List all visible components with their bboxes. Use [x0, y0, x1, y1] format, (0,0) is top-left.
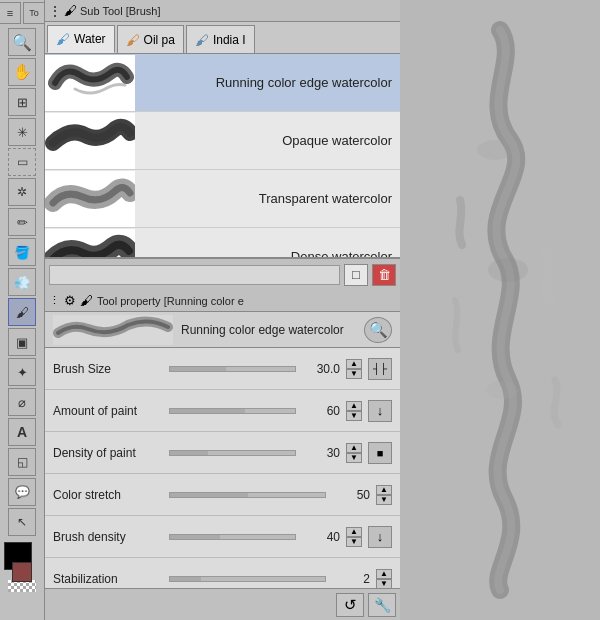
- brush-size-slider[interactable]: [169, 366, 296, 372]
- tab-oil[interactable]: 🖌 Oil pa: [117, 25, 184, 53]
- tool-prop-title-text: Tool property [Running color e: [97, 295, 244, 307]
- oil-tab-icon: 🖌: [126, 32, 140, 48]
- amount-paint-down[interactable]: ▼: [346, 411, 362, 421]
- amount-paint-up[interactable]: ▲: [346, 401, 362, 411]
- color-stretch-slider[interactable]: [169, 492, 326, 498]
- tool-prop-gear-icon[interactable]: ⚙: [64, 293, 76, 308]
- hand-icon[interactable]: ✋: [8, 58, 36, 86]
- stabilization-fill: [170, 577, 201, 581]
- color-stretch-value: 50: [332, 488, 370, 502]
- brush-item-opaque[interactable]: Opaque watercolor: [45, 112, 400, 170]
- subtool-title-text: Sub Tool [Brush]: [80, 5, 161, 17]
- brush-icon[interactable]: 🖌: [8, 298, 36, 326]
- amount-paint-label: Amount of paint: [53, 404, 163, 418]
- speech-icon[interactable]: 💬: [8, 478, 36, 506]
- brush-size-label: Brush Size: [53, 362, 163, 376]
- background-color-swatch[interactable]: [12, 562, 32, 582]
- selected-brush-name-text: Running color edge watercolor: [181, 323, 356, 337]
- density-paint-down[interactable]: ▼: [346, 453, 362, 463]
- brush-density-action[interactable]: ↓: [368, 526, 392, 548]
- zoom-icon[interactable]: 🔍: [8, 28, 36, 56]
- middle-panel: ⋮ 🖌 Sub Tool [Brush] 🖌 Water 🖌 Oil pa 🖌 …: [45, 0, 400, 620]
- brush-density-up[interactable]: ▲: [346, 527, 362, 537]
- new-brush-icon[interactable]: □: [344, 264, 368, 286]
- brush-name-dense: Dense watercolor: [135, 249, 400, 258]
- india-tab-icon: 🖌: [195, 32, 209, 48]
- brush-density-label: Brush density: [53, 530, 163, 544]
- canvas-area: [400, 0, 600, 620]
- property-row-brush-density: Brush density 40 ▲ ▼ ↓: [45, 516, 400, 558]
- color-stretch-spin[interactable]: ▲ ▼: [376, 485, 392, 505]
- pen-icon[interactable]: ✏: [8, 208, 36, 236]
- color-stretch-up[interactable]: ▲: [376, 485, 392, 495]
- menu-icon[interactable]: ≡: [0, 2, 21, 24]
- text-icon[interactable]: A: [8, 418, 36, 446]
- property-list: Brush Size 30.0 ▲ ▼ ┤├ Amount of paint 6…: [45, 348, 400, 588]
- density-paint-action[interactable]: ■: [368, 442, 392, 464]
- density-paint-fill: [170, 451, 208, 455]
- move-icon[interactable]: ⊞: [8, 88, 36, 116]
- brush-density-slider[interactable]: [169, 534, 296, 540]
- brush-name-transparent: Transparent watercolor: [135, 191, 400, 206]
- marquee-rect-icon[interactable]: ▭: [8, 148, 36, 176]
- density-paint-up[interactable]: ▲: [346, 443, 362, 453]
- brush-name-running: Running color edge watercolor: [135, 75, 400, 90]
- brush-size-spin[interactable]: ▲ ▼: [346, 359, 362, 379]
- stabilization-spin[interactable]: ▲ ▼: [376, 569, 392, 589]
- property-row-brush-size: Brush Size 30.0 ▲ ▼ ┤├: [45, 348, 400, 390]
- oil-tab-label: Oil pa: [144, 33, 175, 47]
- brush-density-spin[interactable]: ▲ ▼: [346, 527, 362, 547]
- left-toolbar: ≡ To 🔍 ✋ ⊞ ✳ ▭ ✲ ✏ 🪣 💨 🖌 ▣ ✦ ⌀ A ◱ 💬 ↖: [0, 0, 45, 620]
- gradient-icon[interactable]: ▣: [8, 328, 36, 356]
- search-brush-icon[interactable]: 🔍: [364, 317, 392, 343]
- arrow-select-icon[interactable]: ↖: [8, 508, 36, 536]
- property-row-color-stretch: Color stretch 50 ▲ ▼: [45, 474, 400, 516]
- amount-paint-spin[interactable]: ▲ ▼: [346, 401, 362, 421]
- brush-name-opaque: Opaque watercolor: [135, 133, 400, 148]
- property-row-density-paint: Density of paint 30 ▲ ▼ ■: [45, 432, 400, 474]
- brush-density-down[interactable]: ▼: [346, 537, 362, 547]
- rotate-icon[interactable]: ↺: [336, 593, 364, 617]
- tool-prop-menu-icon[interactable]: ⋮: [49, 294, 60, 307]
- brush-small-icon: 🖌: [64, 3, 77, 18]
- tab-india[interactable]: 🖌 India I: [186, 25, 255, 53]
- lasso-icon[interactable]: ✲: [8, 178, 36, 206]
- delete-brush-icon[interactable]: 🗑: [372, 264, 396, 286]
- brush-item-transparent[interactable]: Transparent watercolor: [45, 170, 400, 228]
- brush-size-down[interactable]: ▼: [346, 369, 362, 379]
- stabilization-down[interactable]: ▼: [376, 579, 392, 589]
- canvas-svg: [400, 0, 600, 620]
- tool-property-title-bar: ⋮ ⚙ 🖌 Tool property [Running color e: [45, 290, 400, 312]
- brush-item-running-color-edge[interactable]: Running color edge watercolor: [45, 54, 400, 112]
- density-paint-spin[interactable]: ▲ ▼: [346, 443, 362, 463]
- burst-icon[interactable]: ✳: [8, 118, 36, 146]
- tool-label: To: [23, 2, 45, 24]
- brush-list[interactable]: Running color edge watercolor Opaque wat…: [45, 54, 400, 258]
- skew-icon[interactable]: ◱: [8, 448, 36, 476]
- stabilization-up[interactable]: ▲: [376, 569, 392, 579]
- property-row-stabilization: Stabilization 2 ▲ ▼: [45, 558, 400, 588]
- brush-preview-transparent: [45, 171, 135, 227]
- density-paint-slider[interactable]: [169, 450, 296, 456]
- wrench-icon[interactable]: 🔧: [368, 593, 396, 617]
- fill-bucket-icon[interactable]: ⌀: [8, 388, 36, 416]
- amount-paint-action[interactable]: ↓: [368, 400, 392, 422]
- bucket-icon[interactable]: 🪣: [8, 238, 36, 266]
- stabilization-slider[interactable]: [169, 576, 326, 582]
- amount-paint-slider[interactable]: [169, 408, 296, 414]
- brush-size-fill: [170, 367, 226, 371]
- brush-size-up[interactable]: ▲: [346, 359, 362, 369]
- sparkle-icon[interactable]: ✦: [8, 358, 36, 386]
- brush-size-action[interactable]: ┤├: [368, 358, 392, 380]
- menu-dots-icon[interactable]: ⋮: [49, 4, 61, 18]
- density-paint-value: 30: [302, 446, 340, 460]
- stabilization-value: 2: [332, 572, 370, 586]
- airbrush-icon[interactable]: 💨: [8, 268, 36, 296]
- bottom-toolbar: ↺ 🔧: [45, 588, 400, 620]
- brush-density-fill: [170, 535, 220, 539]
- svg-point-1: [488, 258, 528, 282]
- color-stretch-down[interactable]: ▼: [376, 495, 392, 505]
- selected-brush-name-bar: Running color edge watercolor 🔍: [45, 312, 400, 348]
- brush-item-dense[interactable]: Dense watercolor: [45, 228, 400, 258]
- tab-water[interactable]: 🖌 Water: [47, 25, 115, 53]
